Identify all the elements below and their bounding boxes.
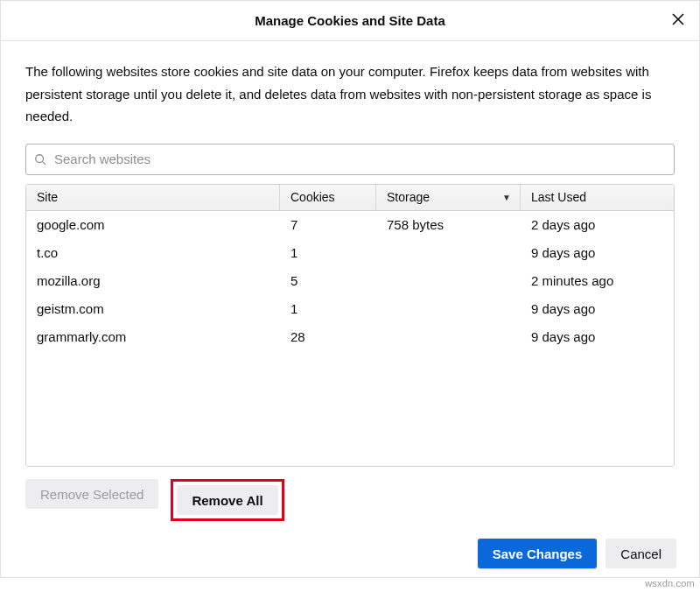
- column-header-site[interactable]: Site: [26, 185, 280, 210]
- dialog-content: The following websites store cookies and…: [1, 41, 699, 530]
- table-row[interactable]: mozilla.org52 minutes ago: [26, 267, 674, 295]
- watermark-text: wsxdn.com: [645, 578, 695, 588]
- search-icon: [34, 153, 46, 166]
- highlight-annotation: Remove All: [171, 479, 284, 521]
- remove-all-button[interactable]: Remove All: [177, 485, 277, 515]
- save-changes-button[interactable]: Save Changes: [478, 539, 598, 568]
- close-icon: [672, 13, 684, 28]
- sites-table: Site Cookies Storage ▼ Last Used google.…: [25, 184, 675, 468]
- action-buttons-row: Remove Selected Remove All: [25, 467, 675, 521]
- search-input[interactable]: [25, 144, 675, 175]
- table-header-row: Site Cookies Storage ▼ Last Used: [26, 185, 674, 211]
- dialog-description: The following websites store cookies and…: [25, 60, 675, 128]
- close-button[interactable]: [666, 8, 690, 32]
- cell-last-used: 9 days ago: [521, 245, 674, 260]
- column-header-storage-label: Storage: [387, 190, 430, 204]
- cell-cookies: 7: [280, 217, 376, 232]
- cell-site: t.co: [26, 245, 280, 260]
- cell-site: grammarly.com: [26, 329, 280, 344]
- table-row[interactable]: google.com7758 bytes2 days ago: [26, 211, 674, 239]
- cell-cookies: 1: [280, 245, 376, 260]
- cancel-button[interactable]: Cancel: [606, 539, 676, 568]
- column-header-last-used-label: Last Used: [531, 190, 586, 204]
- column-header-site-label: Site: [37, 190, 58, 204]
- column-header-last-used[interactable]: Last Used: [521, 185, 674, 210]
- cell-last-used: 9 days ago: [521, 329, 674, 344]
- cell-site: geistm.com: [26, 301, 280, 316]
- cell-last-used: 2 minutes ago: [521, 273, 674, 288]
- cell-cookies: 1: [280, 301, 376, 316]
- cell-site: google.com: [26, 217, 280, 232]
- table-row[interactable]: grammarly.com289 days ago: [26, 323, 674, 351]
- cell-last-used: 2 days ago: [521, 217, 674, 232]
- dialog-footer: Save Changes Cancel: [1, 530, 699, 577]
- cell-cookies: 28: [280, 329, 376, 344]
- dialog-title: Manage Cookies and Site Data: [255, 13, 445, 28]
- remove-selected-button[interactable]: Remove Selected: [25, 479, 158, 509]
- column-header-cookies-label: Cookies: [290, 190, 335, 204]
- cell-storage: 758 bytes: [376, 217, 521, 232]
- dialog-header: Manage Cookies and Site Data: [1, 1, 699, 41]
- cell-cookies: 5: [280, 273, 376, 288]
- table-body[interactable]: google.com7758 bytes2 days agot.co19 day…: [26, 211, 674, 467]
- column-header-storage[interactable]: Storage ▼: [376, 185, 521, 210]
- cell-site: mozilla.org: [26, 273, 280, 288]
- svg-point-0: [36, 154, 44, 162]
- table-row[interactable]: t.co19 days ago: [26, 239, 674, 267]
- sort-indicator-icon: ▼: [502, 193, 511, 202]
- cell-last-used: 9 days ago: [521, 301, 674, 316]
- table-row[interactable]: geistm.com19 days ago: [26, 295, 674, 323]
- search-wrap: [25, 144, 675, 175]
- column-header-cookies[interactable]: Cookies: [280, 185, 376, 210]
- cookies-dialog: Manage Cookies and Site Data The followi…: [0, 0, 700, 578]
